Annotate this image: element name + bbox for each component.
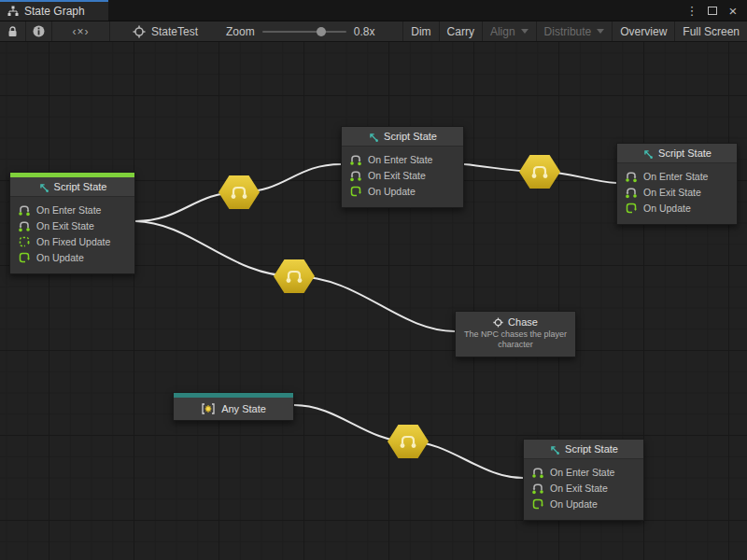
on-enter-state-icon	[349, 153, 362, 166]
dim-button[interactable]: Dim	[402, 21, 438, 41]
on-exit-state-icon	[531, 482, 544, 495]
node-title: Script State	[384, 131, 437, 142]
event-label: On Update	[550, 498, 598, 510]
event-label: On Update	[368, 186, 416, 197]
event-label: On Enter State	[368, 154, 432, 165]
info-icon	[33, 25, 45, 37]
transition-icon	[229, 184, 249, 201]
zoom-label: Zoom	[226, 25, 255, 38]
script-state-icon	[549, 444, 559, 455]
close-icon[interactable]: ×	[725, 2, 741, 19]
node-description: The NPC chases the player character	[461, 329, 570, 350]
state-asset-label: StateTest	[151, 25, 198, 38]
event-row[interactable]: On Update	[342, 183, 463, 199]
event-label: On Update	[643, 203, 691, 214]
node-title: Chase	[508, 316, 538, 328]
event-row[interactable]: On Enter State	[342, 151, 463, 167]
on-enter-state-icon	[625, 170, 638, 183]
node-script-state-bottom-right[interactable]: Script State On Enter State	[523, 439, 644, 521]
node-chase[interactable]: Chase The NPC chases the player characte…	[455, 311, 576, 357]
event-row[interactable]: On Fixed Update	[10, 233, 134, 249]
event-label: On Enter State	[643, 171, 708, 182]
maximize-icon[interactable]	[704, 2, 721, 19]
on-enter-state-icon	[18, 203, 31, 217]
overview-button[interactable]: Overview	[612, 21, 674, 41]
crosshair-icon	[133, 25, 146, 38]
node-header[interactable]: Script State	[617, 144, 737, 163]
chevron-down-icon	[521, 29, 529, 34]
event-label: On Exit State	[368, 170, 426, 181]
node-script-state-top-right[interactable]: Script State On Enter State	[616, 143, 738, 225]
distribute-button: Distribute	[536, 21, 613, 41]
zoom-slider[interactable]	[262, 31, 346, 33]
zoom-value: 0.8x	[354, 25, 375, 38]
node-title: Script State	[565, 443, 618, 455]
align-button: Align	[482, 21, 536, 41]
graph-icon	[7, 6, 19, 17]
node-header[interactable]: Script State	[524, 440, 643, 459]
on-fixed-update-icon	[18, 235, 31, 248]
event-label: On Exit State	[643, 187, 701, 198]
code-toggle-icon: ‹×›	[73, 25, 90, 38]
node-header[interactable]: Any State	[174, 398, 293, 420]
event-row[interactable]: On Enter State	[10, 202, 134, 217]
tab-state-graph[interactable]: State Graph	[0, 0, 108, 21]
state-graph-window: State Graph ⋮ × ‹×›	[0, 0, 747, 560]
event-row[interactable]: On Enter State	[524, 464, 643, 480]
node-title: Script State	[658, 147, 712, 159]
event-label: On Update	[36, 252, 84, 263]
node-script-state-start[interactable]: Script State On Enter State	[9, 172, 135, 274]
tab-title: State Graph	[24, 5, 85, 18]
node-title: Any State	[221, 403, 266, 414]
menu-kebab-icon[interactable]: ⋮	[684, 2, 700, 19]
event-label: On Enter State	[36, 204, 101, 216]
code-toggle-button[interactable]: ‹×›	[52, 21, 110, 41]
transition-icon	[529, 163, 550, 180]
event-label: On Exit State	[550, 483, 608, 494]
any-state-icon	[201, 403, 216, 414]
transition-icon	[398, 433, 418, 450]
script-state-icon	[38, 182, 49, 192]
state-asset-button[interactable]: StateTest	[123, 21, 207, 41]
event-label: On Enter State	[550, 467, 614, 478]
on-update-icon	[18, 251, 31, 264]
lock-icon	[7, 26, 18, 37]
on-enter-state-icon	[531, 466, 544, 479]
node-script-state-top-middle[interactable]: Script State On Enter State	[341, 126, 464, 208]
event-row[interactable]: On Update	[524, 496, 643, 511]
event-row[interactable]: On Update	[10, 249, 134, 265]
on-exit-state-icon	[18, 219, 31, 232]
on-exit-state-icon	[349, 169, 362, 182]
on-update-icon	[349, 185, 362, 198]
on-exit-state-icon	[625, 186, 638, 199]
full-screen-button[interactable]: Full Screen	[674, 21, 747, 41]
transition-icon	[284, 268, 304, 285]
lock-button[interactable]	[0, 21, 26, 41]
toolbar-right-group: Dim Carry Align Distribute Overview Full…	[402, 21, 747, 41]
on-update-icon	[625, 202, 638, 215]
node-title: Script State	[54, 181, 107, 192]
window-controls: ⋮ ×	[684, 0, 747, 21]
node-header[interactable]: Script State	[10, 177, 134, 197]
event-row[interactable]: On Exit State	[617, 184, 737, 200]
script-state-icon	[368, 132, 378, 142]
zoom-control: Zoom 0.8x	[207, 21, 374, 41]
info-button[interactable]	[26, 21, 52, 41]
crosshair-icon	[493, 317, 503, 328]
node-header[interactable]: Chase	[461, 316, 570, 328]
event-row[interactable]: On Exit State	[342, 167, 463, 183]
zoom-slider-handle[interactable]	[317, 27, 326, 36]
carry-button[interactable]: Carry	[439, 21, 482, 41]
event-row[interactable]: On Exit State	[524, 480, 643, 496]
graph-canvas[interactable]: Script State On Enter State	[0, 42, 747, 560]
event-label: On Fixed Update	[36, 236, 110, 247]
chevron-down-icon	[597, 29, 604, 34]
node-any-state[interactable]: Any State	[173, 392, 294, 421]
on-update-icon	[531, 497, 544, 511]
event-row[interactable]: On Update	[617, 200, 737, 216]
event-row[interactable]: On Exit State	[10, 217, 134, 233]
titlebar: State Graph ⋮ ×	[0, 0, 747, 21]
node-header[interactable]: Script State	[342, 127, 463, 147]
event-row[interactable]: On Enter State	[617, 168, 737, 184]
toolbar: ‹×› StateTest Zoom 0.8x Dim Carry Align …	[0, 21, 747, 42]
